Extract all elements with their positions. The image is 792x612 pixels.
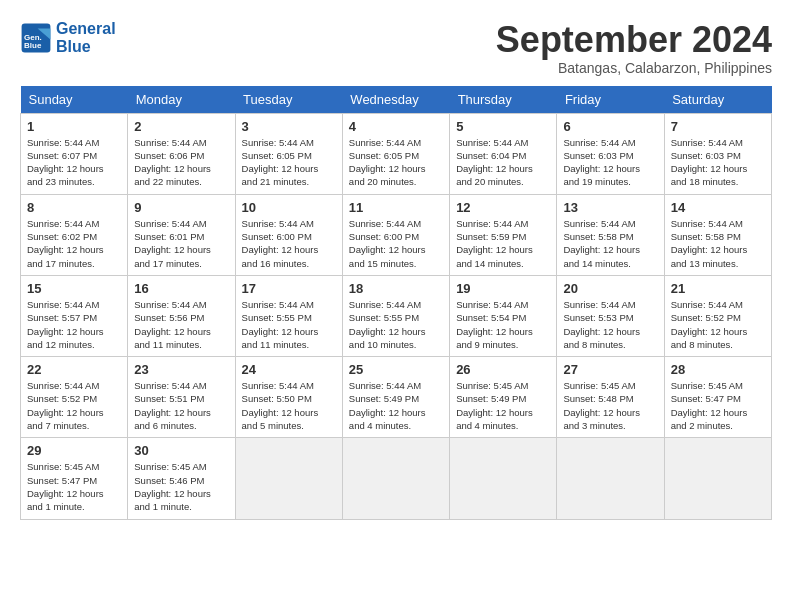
day-number: 10 bbox=[242, 200, 336, 215]
page-header: Gen. Blue GeneralBlue September 2024 Bat… bbox=[20, 20, 772, 76]
calendar-cell bbox=[664, 438, 771, 519]
calendar-cell: 8Sunrise: 5:44 AMSunset: 6:02 PMDaylight… bbox=[21, 194, 128, 275]
calendar-cell: 24Sunrise: 5:44 AMSunset: 5:50 PMDayligh… bbox=[235, 357, 342, 438]
day-info: Sunrise: 5:44 AMSunset: 5:51 PMDaylight:… bbox=[134, 379, 228, 432]
calendar-cell: 9Sunrise: 5:44 AMSunset: 6:01 PMDaylight… bbox=[128, 194, 235, 275]
calendar-cell: 17Sunrise: 5:44 AMSunset: 5:55 PMDayligh… bbox=[235, 275, 342, 356]
calendar-cell bbox=[235, 438, 342, 519]
day-number: 22 bbox=[27, 362, 121, 377]
calendar-cell: 11Sunrise: 5:44 AMSunset: 6:00 PMDayligh… bbox=[342, 194, 449, 275]
calendar-cell: 22Sunrise: 5:44 AMSunset: 5:52 PMDayligh… bbox=[21, 357, 128, 438]
day-number: 21 bbox=[671, 281, 765, 296]
calendar-week-1: 1Sunrise: 5:44 AMSunset: 6:07 PMDaylight… bbox=[21, 113, 772, 194]
day-number: 5 bbox=[456, 119, 550, 134]
svg-text:Gen.: Gen. bbox=[24, 32, 42, 41]
day-info: Sunrise: 5:44 AMSunset: 5:54 PMDaylight:… bbox=[456, 298, 550, 351]
calendar-cell: 27Sunrise: 5:45 AMSunset: 5:48 PMDayligh… bbox=[557, 357, 664, 438]
calendar-week-5: 29Sunrise: 5:45 AMSunset: 5:47 PMDayligh… bbox=[21, 438, 772, 519]
calendar-table: SundayMondayTuesdayWednesdayThursdayFrid… bbox=[20, 86, 772, 520]
day-info: Sunrise: 5:44 AMSunset: 6:02 PMDaylight:… bbox=[27, 217, 121, 270]
day-info: Sunrise: 5:44 AMSunset: 5:49 PMDaylight:… bbox=[349, 379, 443, 432]
calendar-cell: 10Sunrise: 5:44 AMSunset: 6:00 PMDayligh… bbox=[235, 194, 342, 275]
calendar-cell: 5Sunrise: 5:44 AMSunset: 6:04 PMDaylight… bbox=[450, 113, 557, 194]
calendar-cell: 4Sunrise: 5:44 AMSunset: 6:05 PMDaylight… bbox=[342, 113, 449, 194]
day-header-saturday: Saturday bbox=[664, 86, 771, 114]
day-number: 7 bbox=[671, 119, 765, 134]
day-number: 25 bbox=[349, 362, 443, 377]
calendar-cell: 12Sunrise: 5:44 AMSunset: 5:59 PMDayligh… bbox=[450, 194, 557, 275]
day-number: 12 bbox=[456, 200, 550, 215]
calendar-cell: 18Sunrise: 5:44 AMSunset: 5:55 PMDayligh… bbox=[342, 275, 449, 356]
day-number: 26 bbox=[456, 362, 550, 377]
day-number: 14 bbox=[671, 200, 765, 215]
calendar-cell: 21Sunrise: 5:44 AMSunset: 5:52 PMDayligh… bbox=[664, 275, 771, 356]
calendar-cell bbox=[557, 438, 664, 519]
day-header-wednesday: Wednesday bbox=[342, 86, 449, 114]
title-block: September 2024 Batangas, Calabarzon, Phi… bbox=[496, 20, 772, 76]
day-header-tuesday: Tuesday bbox=[235, 86, 342, 114]
day-number: 15 bbox=[27, 281, 121, 296]
calendar-cell bbox=[342, 438, 449, 519]
svg-text:Blue: Blue bbox=[24, 41, 42, 50]
day-info: Sunrise: 5:44 AMSunset: 5:53 PMDaylight:… bbox=[563, 298, 657, 351]
day-info: Sunrise: 5:44 AMSunset: 5:52 PMDaylight:… bbox=[671, 298, 765, 351]
calendar-cell: 7Sunrise: 5:44 AMSunset: 6:03 PMDaylight… bbox=[664, 113, 771, 194]
day-number: 8 bbox=[27, 200, 121, 215]
day-number: 13 bbox=[563, 200, 657, 215]
day-number: 3 bbox=[242, 119, 336, 134]
day-info: Sunrise: 5:44 AMSunset: 5:50 PMDaylight:… bbox=[242, 379, 336, 432]
day-info: Sunrise: 5:44 AMSunset: 6:04 PMDaylight:… bbox=[456, 136, 550, 189]
day-info: Sunrise: 5:44 AMSunset: 5:55 PMDaylight:… bbox=[349, 298, 443, 351]
day-info: Sunrise: 5:44 AMSunset: 5:58 PMDaylight:… bbox=[671, 217, 765, 270]
day-info: Sunrise: 5:45 AMSunset: 5:46 PMDaylight:… bbox=[134, 460, 228, 513]
calendar-cell: 13Sunrise: 5:44 AMSunset: 5:58 PMDayligh… bbox=[557, 194, 664, 275]
calendar-week-3: 15Sunrise: 5:44 AMSunset: 5:57 PMDayligh… bbox=[21, 275, 772, 356]
day-number: 27 bbox=[563, 362, 657, 377]
day-number: 1 bbox=[27, 119, 121, 134]
day-info: Sunrise: 5:44 AMSunset: 6:00 PMDaylight:… bbox=[349, 217, 443, 270]
day-info: Sunrise: 5:44 AMSunset: 5:59 PMDaylight:… bbox=[456, 217, 550, 270]
day-number: 9 bbox=[134, 200, 228, 215]
day-number: 19 bbox=[456, 281, 550, 296]
calendar-cell: 15Sunrise: 5:44 AMSunset: 5:57 PMDayligh… bbox=[21, 275, 128, 356]
day-info: Sunrise: 5:44 AMSunset: 6:01 PMDaylight:… bbox=[134, 217, 228, 270]
day-info: Sunrise: 5:45 AMSunset: 5:49 PMDaylight:… bbox=[456, 379, 550, 432]
day-number: 24 bbox=[242, 362, 336, 377]
calendar-cell: 1Sunrise: 5:44 AMSunset: 6:07 PMDaylight… bbox=[21, 113, 128, 194]
calendar-cell: 28Sunrise: 5:45 AMSunset: 5:47 PMDayligh… bbox=[664, 357, 771, 438]
day-number: 20 bbox=[563, 281, 657, 296]
day-info: Sunrise: 5:44 AMSunset: 5:55 PMDaylight:… bbox=[242, 298, 336, 351]
day-info: Sunrise: 5:44 AMSunset: 6:00 PMDaylight:… bbox=[242, 217, 336, 270]
day-info: Sunrise: 5:45 AMSunset: 5:48 PMDaylight:… bbox=[563, 379, 657, 432]
day-info: Sunrise: 5:44 AMSunset: 5:52 PMDaylight:… bbox=[27, 379, 121, 432]
calendar-cell: 3Sunrise: 5:44 AMSunset: 6:05 PMDaylight… bbox=[235, 113, 342, 194]
day-number: 28 bbox=[671, 362, 765, 377]
day-info: Sunrise: 5:44 AMSunset: 5:58 PMDaylight:… bbox=[563, 217, 657, 270]
day-header-sunday: Sunday bbox=[21, 86, 128, 114]
day-number: 6 bbox=[563, 119, 657, 134]
day-info: Sunrise: 5:44 AMSunset: 5:57 PMDaylight:… bbox=[27, 298, 121, 351]
logo: Gen. Blue GeneralBlue bbox=[20, 20, 116, 55]
day-number: 17 bbox=[242, 281, 336, 296]
day-number: 18 bbox=[349, 281, 443, 296]
calendar-cell: 19Sunrise: 5:44 AMSunset: 5:54 PMDayligh… bbox=[450, 275, 557, 356]
calendar-cell: 23Sunrise: 5:44 AMSunset: 5:51 PMDayligh… bbox=[128, 357, 235, 438]
day-info: Sunrise: 5:45 AMSunset: 5:47 PMDaylight:… bbox=[671, 379, 765, 432]
calendar-week-4: 22Sunrise: 5:44 AMSunset: 5:52 PMDayligh… bbox=[21, 357, 772, 438]
day-number: 23 bbox=[134, 362, 228, 377]
day-number: 4 bbox=[349, 119, 443, 134]
day-number: 29 bbox=[27, 443, 121, 458]
day-info: Sunrise: 5:44 AMSunset: 6:06 PMDaylight:… bbox=[134, 136, 228, 189]
day-header-monday: Monday bbox=[128, 86, 235, 114]
calendar-cell: 25Sunrise: 5:44 AMSunset: 5:49 PMDayligh… bbox=[342, 357, 449, 438]
day-info: Sunrise: 5:44 AMSunset: 6:05 PMDaylight:… bbox=[349, 136, 443, 189]
calendar-cell: 29Sunrise: 5:45 AMSunset: 5:47 PMDayligh… bbox=[21, 438, 128, 519]
day-info: Sunrise: 5:44 AMSunset: 5:56 PMDaylight:… bbox=[134, 298, 228, 351]
calendar-cell: 16Sunrise: 5:44 AMSunset: 5:56 PMDayligh… bbox=[128, 275, 235, 356]
calendar-cell bbox=[450, 438, 557, 519]
logo-text: GeneralBlue bbox=[56, 20, 116, 55]
day-info: Sunrise: 5:45 AMSunset: 5:47 PMDaylight:… bbox=[27, 460, 121, 513]
day-info: Sunrise: 5:44 AMSunset: 6:05 PMDaylight:… bbox=[242, 136, 336, 189]
day-headers-row: SundayMondayTuesdayWednesdayThursdayFrid… bbox=[21, 86, 772, 114]
day-info: Sunrise: 5:44 AMSunset: 6:03 PMDaylight:… bbox=[671, 136, 765, 189]
